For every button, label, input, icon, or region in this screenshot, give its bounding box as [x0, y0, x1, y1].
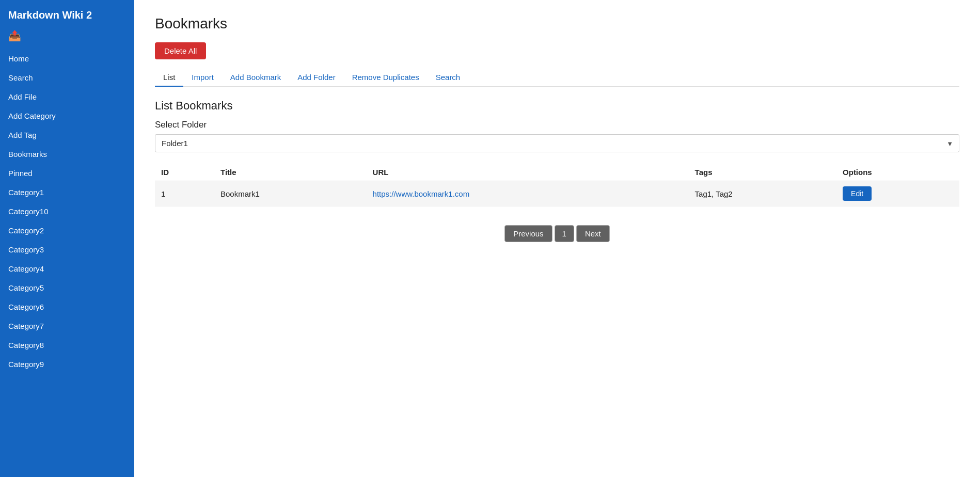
- table-header: IDTitleURLTagsOptions: [155, 164, 959, 181]
- app-title: Markdown Wiki 2: [0, 0, 134, 26]
- section-title: List Bookmarks: [155, 99, 959, 113]
- select-folder-label: Select Folder: [155, 120, 959, 130]
- delete-all-button[interactable]: Delete All: [155, 42, 206, 59]
- bookmarks-table: IDTitleURLTagsOptions 1Bookmark1https://…: [155, 164, 959, 206]
- next-button[interactable]: Next: [576, 225, 610, 242]
- sidebar-item-category10[interactable]: Category10: [0, 202, 134, 221]
- edit-button[interactable]: Edit: [843, 186, 872, 201]
- sidebar-item-category4[interactable]: Category4: [0, 259, 134, 278]
- tab-add-folder[interactable]: Add Folder: [289, 69, 343, 87]
- cell-id: 1: [155, 181, 214, 206]
- sidebar-item-bookmarks[interactable]: Bookmarks: [0, 145, 134, 164]
- sidebar-item-category5[interactable]: Category5: [0, 278, 134, 297]
- tab-add-bookmark[interactable]: Add Bookmark: [222, 69, 289, 87]
- col-header-title: Title: [214, 164, 367, 181]
- folder-select[interactable]: Folder1Folder2Folder3: [155, 134, 959, 152]
- cell-tags: Tag1, Tag2: [689, 181, 836, 206]
- export-icon[interactable]: 📤: [0, 26, 134, 49]
- sidebar-item-pinned[interactable]: Pinned: [0, 164, 134, 183]
- page-number-button[interactable]: 1: [555, 225, 574, 242]
- bookmark-link[interactable]: https://www.bookmark1.com: [373, 189, 470, 198]
- tab-remove-duplicates[interactable]: Remove Duplicates: [344, 69, 428, 87]
- tabs-bar: ListImportAdd BookmarkAdd FolderRemove D…: [155, 69, 959, 87]
- sidebar-item-home[interactable]: Home: [0, 49, 134, 68]
- sidebar-item-category2[interactable]: Category2: [0, 221, 134, 240]
- tab-import[interactable]: Import: [183, 69, 222, 87]
- sidebar-item-category6[interactable]: Category6: [0, 297, 134, 316]
- sidebar-item-category7[interactable]: Category7: [0, 316, 134, 336]
- table-row: 1Bookmark1https://www.bookmark1.comTag1,…: [155, 181, 959, 206]
- sidebar-item-add-file[interactable]: Add File: [0, 87, 134, 106]
- pagination: Previous 1 Next: [155, 225, 959, 242]
- tab-list[interactable]: List: [155, 69, 183, 87]
- sidebar-item-category3[interactable]: Category3: [0, 240, 134, 259]
- sidebar-item-category1[interactable]: Category1: [0, 183, 134, 202]
- sidebar: Markdown Wiki 2 📤 HomeSearchAdd FileAdd …: [0, 0, 134, 477]
- cell-title: Bookmark1: [214, 181, 367, 206]
- previous-button[interactable]: Previous: [504, 225, 552, 242]
- main-content: Bookmarks Delete All ListImportAdd Bookm…: [134, 0, 980, 477]
- table-body: 1Bookmark1https://www.bookmark1.comTag1,…: [155, 181, 959, 206]
- sidebar-nav: HomeSearchAdd FileAdd CategoryAdd TagBoo…: [0, 49, 134, 374]
- sidebar-item-add-tag[interactable]: Add Tag: [0, 125, 134, 145]
- col-header-id: ID: [155, 164, 214, 181]
- folder-select-wrapper: Folder1Folder2Folder3 ▼: [155, 134, 959, 152]
- col-header-url: URL: [367, 164, 689, 181]
- cell-url: https://www.bookmark1.com: [367, 181, 689, 206]
- col-header-options: Options: [836, 164, 959, 181]
- col-header-tags: Tags: [689, 164, 836, 181]
- sidebar-item-search[interactable]: Search: [0, 68, 134, 87]
- tab-search[interactable]: Search: [428, 69, 469, 87]
- sidebar-item-category9[interactable]: Category9: [0, 355, 134, 374]
- cell-options: Edit: [836, 181, 959, 206]
- page-title: Bookmarks: [155, 15, 959, 32]
- sidebar-item-category8[interactable]: Category8: [0, 336, 134, 355]
- sidebar-item-add-category[interactable]: Add Category: [0, 106, 134, 125]
